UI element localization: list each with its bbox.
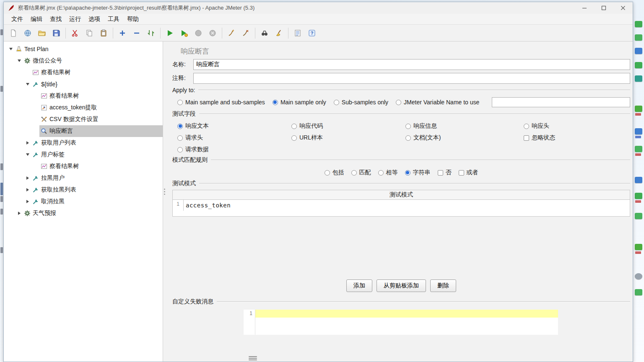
tree-item-get-user-list[interactable]: 获取用户列表 [4,137,163,149]
delete-button[interactable]: 删除 [430,279,456,292]
radio-document-text[interactable]: 文档(文本) [405,134,524,142]
tree-item-results-tree[interactable]: 察看结果树 [4,67,163,78]
tree-item-thread-group-wechat[interactable]: 微信公众号 [4,55,163,67]
tree-item-csv-data-set[interactable]: CSV 数据文件设置 [4,114,163,125]
desktop-shortcut-icon[interactable] [635,48,642,54]
pattern-cell[interactable]: access_token [184,200,630,211]
toggle-button[interactable] [144,26,158,40]
menu-file[interactable]: 文件 [8,14,26,24]
expand-arrow-icon[interactable] [24,83,31,85]
minimize-button[interactable] [575,2,594,14]
tree-item-access-token-extractor[interactable]: access_token提取 [4,102,163,114]
expand-arrow-icon[interactable] [16,59,23,62]
function-helper-button[interactable] [291,26,305,40]
clear-button[interactable] [272,26,286,40]
divider-grip-icon[interactable] [164,189,165,195]
radio-request-headers[interactable]: 请求头 [177,134,291,142]
copy-button[interactable] [82,26,96,40]
radio-url-sampled[interactable]: URL样本 [291,134,405,142]
failure-message-editor[interactable]: 1 [244,310,558,335]
desktop-shortcut-icon[interactable] [635,75,642,82]
radio-main-sample-only[interactable]: Main sample only [273,99,326,106]
add-button[interactable]: 添加 [346,279,372,292]
expand-arrow-icon[interactable] [24,188,31,191]
collapse-all-button[interactable] [130,26,144,40]
desktop-shortcut-icon[interactable] [635,273,642,279]
cut-button[interactable] [68,26,82,40]
desktop-shortcut-icon[interactable] [635,128,642,134]
menu-search[interactable]: 查找 [47,14,65,24]
tree-item-http-request-title[interactable]: ${title} [4,78,163,90]
menu-run[interactable]: 运行 [66,14,84,24]
radio-equals[interactable]: 相等 [378,169,398,176]
expand-arrow-icon[interactable] [24,141,31,145]
shutdown-button[interactable] [205,26,220,40]
search-button[interactable] [257,26,272,40]
jmeter-variable-input[interactable] [492,97,630,107]
expand-arrow-icon[interactable] [24,176,31,180]
radio-response-message[interactable]: 响应信息 [405,122,524,130]
radio-subsamples-only[interactable]: Sub-samples only [334,99,388,106]
menu-options[interactable]: 选项 [85,14,104,24]
new-file-button[interactable] [6,26,21,40]
checkbox-or[interactable]: 或者 [459,169,478,176]
radio-response-headers[interactable]: 响应头 [524,122,630,130]
radio-substring[interactable]: 字符串 [405,169,431,176]
desktop-shortcut-icon[interactable] [635,62,642,68]
radio-response-code[interactable]: 响应代码 [291,122,405,130]
name-input[interactable] [193,59,630,70]
templates-button[interactable] [21,26,35,40]
expand-arrow-icon[interactable] [7,48,14,50]
radio-jmeter-variable[interactable]: JMeter Variable Name to use [396,99,479,106]
desktop-shortcut-icon[interactable] [635,34,642,41]
tree-item-get-block-list[interactable]: 获取拉黑列表 [4,184,163,196]
help-button[interactable]: ? [305,26,319,40]
add-from-clipboard-button[interactable]: 从剪贴板添加 [377,279,426,292]
desktop-shortcut-icon[interactable] [635,244,642,250]
open-file-button[interactable] [35,26,49,40]
comment-input[interactable] [193,73,630,84]
radio-request-data[interactable]: 请求数据 [177,146,291,153]
tree-item-unblock[interactable]: 取消拉黑 [4,196,163,207]
split-pane-divider[interactable] [163,41,166,362]
radio-contains[interactable]: 包括 [325,169,344,176]
expand-arrow-icon[interactable] [24,200,31,203]
expand-arrow-icon[interactable] [24,153,31,156]
radio-response-text[interactable]: 响应文本 [177,122,291,130]
editor-active-line[interactable] [255,310,558,318]
expand-arrow-icon[interactable] [16,212,23,215]
save-button[interactable] [49,26,63,40]
remote-stop-all-button[interactable] [239,26,253,40]
paste-button[interactable] [96,26,111,40]
editor-content[interactable] [255,310,558,335]
checkbox-not[interactable]: 否 [438,169,452,176]
desktop-shortcut-icon[interactable] [635,289,642,295]
desktop-shortcut-icon[interactable] [635,106,642,112]
start-no-timers-button[interactable] [177,26,191,40]
tree-item-test-plan[interactable]: Test Plan [4,43,163,55]
tree-item-thread-group-weather[interactable]: 天气预报 [4,207,163,219]
menu-tools[interactable]: 工具 [104,14,123,24]
expand-all-button[interactable] [115,26,130,40]
start-button[interactable] [163,26,177,40]
desktop-shortcut-icon[interactable] [635,21,642,27]
radio-matches[interactable]: 匹配 [351,169,371,176]
desktop-shortcut-icon[interactable] [635,193,642,199]
desktop-shortcut-icon[interactable] [635,177,642,183]
close-button[interactable] [613,2,633,14]
radio-main-and-subsamples[interactable]: Main sample and sub-samples [177,99,265,106]
tree-item-results-tree[interactable]: 察看结果树 [4,90,163,102]
desktop-shortcut-icon[interactable] [635,146,642,152]
tree-item-user-tags[interactable]: 用户标签 [4,149,163,160]
stop-button[interactable] [191,26,205,40]
menu-edit[interactable]: 编辑 [27,14,46,24]
scrollbar-handle[interactable] [249,356,257,360]
desktop-shortcut-icon[interactable] [635,213,642,219]
checkbox-ignore-status[interactable]: 忽略状态 [524,134,630,142]
maximize-button[interactable] [594,2,613,14]
tree-item-results-tree[interactable]: 察看结果树 [4,160,163,172]
remote-start-all-button[interactable] [224,26,239,40]
menu-help[interactable]: 帮助 [124,14,142,24]
tree-item-block-user[interactable]: 拉黑用户 [4,172,163,184]
tree-item-response-assertion[interactable]: 响应断言 [4,125,163,137]
